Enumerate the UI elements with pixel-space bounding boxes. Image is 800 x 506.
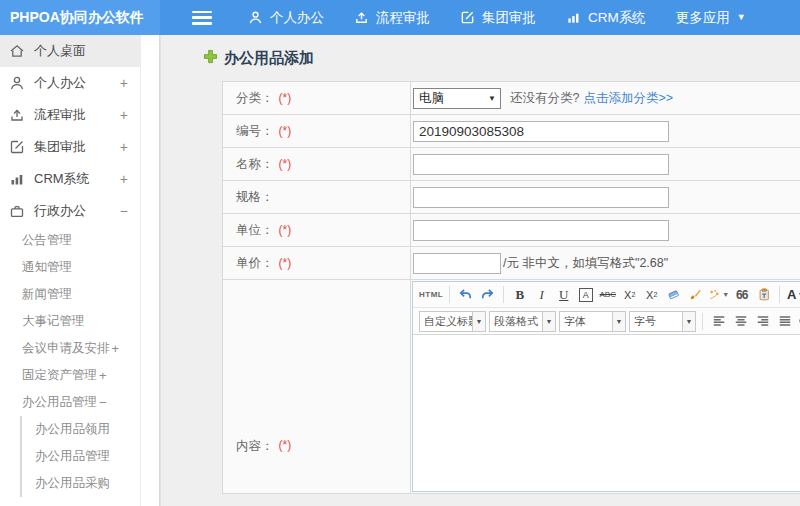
- italic-button[interactable]: I: [532, 285, 551, 305]
- font-color-button[interactable]: A ▼: [786, 285, 800, 305]
- custom-heading-dropdown[interactable]: 自定义标题 ▼: [419, 311, 486, 332]
- user-icon: [9, 75, 25, 91]
- category-value-cell: 电脑 ▼ 还没有分类? 点击添加分类>>: [411, 82, 800, 114]
- collapse-minus-icon[interactable]: −: [120, 203, 128, 219]
- expand-plus-icon: +: [99, 368, 107, 383]
- font-size-dropdown[interactable]: 字号 ▼: [629, 311, 696, 332]
- caret-down-icon: ▼: [488, 94, 496, 103]
- align-justify-icon[interactable]: [775, 311, 794, 331]
- menu-icon[interactable]: [192, 11, 212, 25]
- field-label: 规格：: [236, 189, 274, 206]
- paragraph-format-dropdown[interactable]: 段落格式 ▼: [489, 311, 556, 332]
- sidebar-divider: [140, 35, 141, 506]
- caret-down-icon: ▼: [682, 312, 695, 331]
- sidebar-subitem-meeting-mgmt[interactable]: 会议申请及安排 +: [0, 335, 140, 362]
- font-family-dropdown[interactable]: 字体 ▼: [559, 311, 626, 332]
- border-text-button[interactable]: A: [576, 285, 595, 305]
- bold-button[interactable]: B: [510, 285, 529, 305]
- expand-plus-icon[interactable]: +: [120, 107, 128, 123]
- sidebar-item-personal-office[interactable]: 个人办公 +: [0, 67, 140, 99]
- required-asterisk: (*): [279, 438, 292, 452]
- paste-as-text-button[interactable]: [754, 285, 773, 305]
- required-asterisk: (*): [279, 91, 292, 105]
- home-icon: [9, 43, 25, 59]
- underline-button[interactable]: U: [554, 285, 573, 305]
- sidebar-subitem-label: 办公用品管理: [22, 394, 97, 411]
- blockquote-button[interactable]: 66: [732, 285, 751, 305]
- eraser-button[interactable]: [664, 285, 683, 305]
- form-row-spec: 规格：: [223, 181, 800, 214]
- page-title-row: 办公用品添加: [203, 49, 800, 68]
- format-painter-button[interactable]: ▼: [708, 285, 729, 305]
- sidebar-subitem-office-supplies-mgmt[interactable]: 办公用品管理 −: [0, 389, 140, 416]
- strikethrough-button[interactable]: ABC: [598, 285, 617, 305]
- briefcase-icon: [9, 203, 25, 219]
- sidebar-subitem-announcement-mgmt[interactable]: 公告管理: [0, 227, 140, 254]
- clear-format-brush-button[interactable]: [686, 285, 705, 305]
- code-label-cell: 编号： (*): [223, 115, 411, 147]
- spec-input[interactable]: [413, 187, 669, 208]
- sidebar-subitem-label: 大事记管理: [22, 313, 85, 330]
- code-input[interactable]: [413, 121, 669, 142]
- align-right-icon[interactable]: [753, 311, 772, 331]
- collapse-minus-icon: −: [99, 395, 107, 410]
- sidebar-subitem-label: 会议申请及安排: [22, 340, 110, 357]
- add-category-link[interactable]: 点击添加分类>>: [583, 90, 673, 107]
- sidebar-subsubitem-supplies-manage[interactable]: 办公用品管理: [22, 443, 140, 470]
- html-source-button[interactable]: HTML: [419, 285, 443, 305]
- app-window: PHPOA协同办公软件 个人办公 流程审批 集团审批: [0, 0, 800, 506]
- align-left-icon[interactable]: [709, 311, 728, 331]
- field-label: 单价：: [236, 255, 274, 272]
- undo-button[interactable]: [456, 285, 475, 305]
- caret-down-icon: ▼: [472, 312, 485, 331]
- sidebar-item-group-approval[interactable]: 集团审批 +: [0, 131, 140, 163]
- redo-button[interactable]: [478, 285, 497, 305]
- sidebar-item-admin-office[interactable]: 行政办公 −: [0, 195, 140, 227]
- superscript-button[interactable]: X2: [620, 285, 639, 305]
- sidebar-item-label: 集团审批: [34, 138, 86, 156]
- sidebar-subsubitem-supplies-claim[interactable]: 办公用品领用: [22, 416, 140, 443]
- name-input[interactable]: [413, 154, 669, 175]
- sidebar-subsubitem-supplies-purchase[interactable]: 办公用品采购: [22, 470, 140, 497]
- sidebar-subitem-events-mgmt[interactable]: 大事记管理: [0, 308, 140, 335]
- name-label-cell: 名称： (*): [223, 148, 411, 180]
- editor-body[interactable]: [413, 335, 800, 491]
- content-value-cell: HTML B I U: [411, 280, 800, 493]
- sidebar-item-process-approval[interactable]: 流程审批 +: [0, 99, 140, 131]
- nav-crm-system[interactable]: CRM系统: [566, 9, 646, 27]
- nav-group-approval[interactable]: 集团审批: [460, 9, 536, 27]
- spec-label-cell: 规格：: [223, 181, 411, 213]
- nav-label: 更多应用: [676, 9, 730, 27]
- sidebar-subitem-news-mgmt[interactable]: 新闻管理: [0, 281, 140, 308]
- category-select[interactable]: 电脑 ▼: [413, 88, 501, 109]
- sidebar-subitem-fixed-assets-mgmt[interactable]: 固定资产管理 +: [0, 362, 140, 389]
- toolbar-separator: [503, 286, 504, 303]
- nav-process-approval[interactable]: 流程审批: [354, 9, 430, 27]
- expand-plus-icon[interactable]: +: [120, 75, 128, 91]
- sidebar-item-personal-desktop[interactable]: 个人桌面: [0, 35, 140, 67]
- expand-plus-icon[interactable]: +: [120, 171, 128, 187]
- subscript-button[interactable]: X2: [642, 285, 661, 305]
- name-value-cell: [411, 148, 800, 180]
- sidebar-item-crm-system[interactable]: CRM系统 +: [0, 163, 140, 195]
- unit-value-cell: [411, 214, 800, 246]
- required-asterisk: (*): [279, 223, 292, 237]
- price-input[interactable]: [413, 253, 501, 274]
- top-nav: 个人办公 流程审批 集团审批 CRM系统 更多应用: [248, 9, 746, 27]
- sidebar-item-label: CRM系统: [34, 170, 90, 188]
- edit-square-icon: [9, 139, 25, 155]
- required-asterisk: (*): [279, 157, 292, 171]
- unit-input[interactable]: [413, 220, 669, 241]
- sidebar-subitem-label: 通知管理: [22, 259, 72, 276]
- sidebar-subsubitem-label: 办公用品领用: [35, 421, 110, 438]
- page-title: 办公用品添加: [224, 49, 314, 68]
- sidebar-subitem-notice-mgmt[interactable]: 通知管理: [0, 254, 140, 281]
- content-label-cell: 内容： (*): [223, 280, 411, 493]
- sidebar-item-label: 行政办公: [34, 202, 86, 220]
- nav-more-apps[interactable]: 更多应用 ▼: [676, 9, 746, 27]
- nav-personal-office[interactable]: 个人办公: [248, 9, 324, 27]
- expand-plus-icon[interactable]: +: [120, 139, 128, 155]
- field-label: 分类：: [236, 90, 274, 107]
- nav-label: 集团审批: [482, 9, 536, 27]
- align-center-icon[interactable]: [731, 311, 750, 331]
